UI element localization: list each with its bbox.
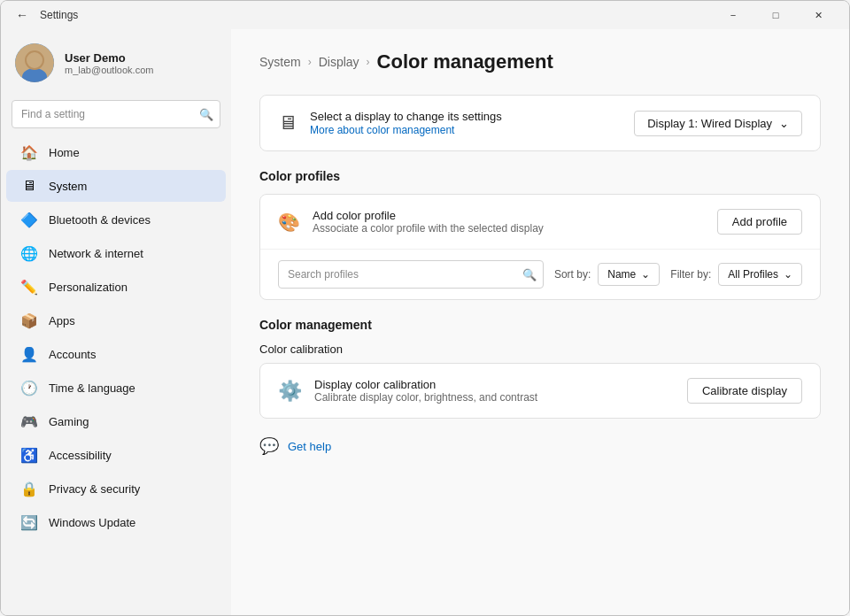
sort-by-dropdown[interactable]: Name ⌄ bbox=[598, 263, 660, 286]
home-icon: 🏠 bbox=[20, 143, 38, 161]
add-profile-subtitle: Associate a color profile with the selec… bbox=[313, 222, 544, 235]
add-profile-title: Add color profile bbox=[313, 209, 544, 222]
add-profile-row: 🎨 Add color profile Associate a color pr… bbox=[260, 195, 820, 250]
sidebar-item-bluetooth-label: Bluetooth & devices bbox=[49, 213, 151, 227]
filter-chevron-icon: ⌄ bbox=[784, 268, 792, 281]
profiles-search-input[interactable] bbox=[278, 260, 544, 289]
filter-by-label: Filter by: bbox=[670, 268, 711, 281]
color-management-header: Color management bbox=[259, 318, 821, 332]
color-management-section: Color management Color calibration ⚙️ Di… bbox=[259, 318, 821, 419]
system-icon: 🖥 bbox=[20, 177, 38, 195]
back-button[interactable]: ← bbox=[12, 4, 33, 26]
sidebar-item-time[interactable]: 🕐 Time & language bbox=[6, 372, 226, 404]
sidebar-item-accessibility[interactable]: ♿ Accessibility bbox=[6, 439, 226, 471]
sidebar-item-network-label: Network & internet bbox=[49, 247, 143, 260]
avatar bbox=[15, 43, 54, 82]
sidebar-item-time-label: Time & language bbox=[49, 381, 135, 395]
sidebar-item-system[interactable]: 🖥 System bbox=[6, 170, 226, 202]
sidebar-item-accessibility-label: Accessibility bbox=[49, 449, 112, 462]
profiles-card: 🎨 Add color profile Associate a color pr… bbox=[259, 194, 821, 300]
settings-window: ← Settings − □ ✕ User Demo m_lab@outlook… bbox=[0, 0, 850, 616]
display-title: Select a display to change its settings bbox=[310, 110, 502, 123]
sidebar-search-input[interactable] bbox=[12, 100, 220, 128]
get-help-link[interactable]: Get help bbox=[288, 440, 331, 453]
sidebar-item-system-label: System bbox=[49, 180, 87, 193]
add-profile-text: Add color profile Associate a color prof… bbox=[313, 209, 544, 235]
apps-icon: 📦 bbox=[20, 312, 38, 329]
titlebar-left: ← Settings bbox=[12, 4, 78, 26]
display-card-left: 🖥 Select a display to change its setting… bbox=[278, 110, 502, 136]
breadcrumb-display[interactable]: Display bbox=[319, 55, 359, 69]
user-name: User Demo bbox=[65, 51, 153, 65]
personalization-icon: ✏️ bbox=[20, 278, 38, 296]
profiles-search-container: 🔍 bbox=[278, 260, 544, 289]
sidebar-item-windows-update-label: Windows Update bbox=[49, 516, 135, 529]
avatar-face bbox=[15, 43, 54, 82]
user-email: m_lab@outlook.com bbox=[65, 65, 153, 75]
minimize-button[interactable]: − bbox=[713, 1, 753, 29]
sidebar-item-accounts[interactable]: 👤 Accounts bbox=[6, 338, 226, 370]
breadcrumb: System › Display › Color management bbox=[259, 50, 821, 73]
window-title: Settings bbox=[40, 9, 78, 21]
filter-by-value: All Profiles bbox=[728, 268, 778, 281]
breadcrumb-current: Color management bbox=[377, 50, 553, 73]
sidebar-item-home-label: Home bbox=[49, 146, 80, 159]
sidebar-item-home[interactable]: 🏠 Home bbox=[6, 136, 226, 168]
sidebar-item-windows-update[interactable]: 🔄 Windows Update bbox=[6, 506, 226, 538]
user-info: User Demo m_lab@outlook.com bbox=[65, 51, 153, 75]
network-icon: 🌐 bbox=[20, 244, 38, 262]
display-card: 🖥 Select a display to change its setting… bbox=[259, 95, 821, 151]
chevron-down-icon: ⌄ bbox=[779, 117, 789, 130]
sidebar: User Demo m_lab@outlook.com 🔍 🏠 Home 🖥 S… bbox=[1, 29, 231, 615]
titlebar: ← Settings − □ ✕ bbox=[1, 1, 849, 29]
add-profile-left: 🎨 Add color profile Associate a color pr… bbox=[278, 209, 544, 235]
sidebar-item-privacy-label: Privacy & security bbox=[49, 482, 140, 496]
display-link[interactable]: More about color management bbox=[310, 124, 454, 136]
sidebar-item-network[interactable]: 🌐 Network & internet bbox=[6, 237, 226, 269]
sidebar-item-personalization-label: Personalization bbox=[49, 281, 128, 294]
display-text: Select a display to change its settings … bbox=[310, 110, 502, 136]
breadcrumb-system[interactable]: System bbox=[259, 55, 301, 69]
get-help-row: 💬 Get help bbox=[259, 436, 821, 456]
bluetooth-icon: 🔷 bbox=[20, 211, 38, 228]
sidebar-item-gaming-label: Gaming bbox=[49, 415, 89, 428]
sort-by-value: Name bbox=[607, 268, 636, 281]
color-calibration-header: Color calibration bbox=[259, 343, 821, 356]
search-filter-row: 🔍 Sort by: Name ⌄ Filter by: All Profile… bbox=[260, 250, 820, 299]
sort-by-label: Sort by: bbox=[554, 268, 591, 281]
accessibility-icon: ♿ bbox=[20, 446, 38, 464]
display-selector-label: Display 1: Wired Display bbox=[647, 117, 772, 130]
get-help-icon: 💬 bbox=[259, 436, 279, 456]
sidebar-item-gaming[interactable]: 🎮 Gaming bbox=[6, 405, 226, 437]
calibrate-display-button[interactable]: Calibrate display bbox=[687, 378, 802, 404]
display-selector-dropdown[interactable]: Display 1: Wired Display ⌄ bbox=[634, 111, 802, 136]
calib-text: Display color calibration Calibrate disp… bbox=[314, 378, 537, 404]
color-profile-icon: 🎨 bbox=[278, 212, 300, 233]
content-area: User Demo m_lab@outlook.com 🔍 🏠 Home 🖥 S… bbox=[1, 29, 849, 615]
time-icon: 🕐 bbox=[20, 379, 38, 397]
breadcrumb-sep-1: › bbox=[308, 56, 312, 68]
color-profiles-header: Color profiles bbox=[259, 169, 821, 183]
sort-chevron-icon: ⌄ bbox=[641, 268, 650, 281]
calibration-card: ⚙️ Display color calibration Calibrate d… bbox=[259, 363, 821, 419]
calib-title: Display color calibration bbox=[314, 378, 537, 391]
sidebar-item-privacy[interactable]: 🔒 Privacy & security bbox=[6, 473, 226, 504]
breadcrumb-sep-2: › bbox=[367, 56, 370, 68]
filter-by-container: Filter by: All Profiles ⌄ bbox=[670, 263, 802, 286]
privacy-icon: 🔒 bbox=[20, 480, 38, 497]
close-button[interactable]: ✕ bbox=[798, 1, 838, 29]
accounts-icon: 👤 bbox=[20, 345, 38, 363]
gaming-icon: 🎮 bbox=[20, 412, 38, 430]
filter-by-dropdown[interactable]: All Profiles ⌄ bbox=[718, 263, 802, 286]
windows-update-icon: 🔄 bbox=[20, 513, 38, 531]
sidebar-item-apps[interactable]: 📦 Apps bbox=[6, 304, 226, 336]
sidebar-item-personalization[interactable]: ✏️ Personalization bbox=[6, 271, 226, 303]
add-profile-button[interactable]: Add profile bbox=[717, 209, 802, 235]
sidebar-item-bluetooth[interactable]: 🔷 Bluetooth & devices bbox=[6, 204, 226, 235]
maximize-button[interactable]: □ bbox=[755, 1, 796, 29]
sidebar-item-accounts-label: Accounts bbox=[49, 348, 96, 361]
calib-subtitle: Calibrate display color, brightness, and… bbox=[314, 391, 537, 404]
sort-by-container: Sort by: Name ⌄ bbox=[554, 263, 660, 286]
sidebar-item-apps-label: Apps bbox=[49, 314, 75, 327]
calib-left: ⚙️ Display color calibration Calibrate d… bbox=[278, 378, 537, 404]
